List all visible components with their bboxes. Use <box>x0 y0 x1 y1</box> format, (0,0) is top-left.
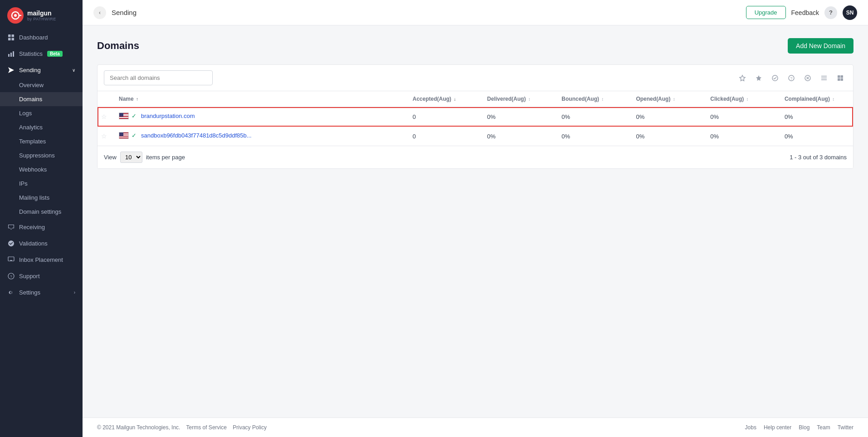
help-filter-icon[interactable]: ? <box>785 72 798 84</box>
domains-table-container: ? <box>97 64 853 169</box>
sidebar-collapse-button[interactable]: ‹ <box>93 6 106 19</box>
sidebar-label-statistics: Statistics <box>19 50 43 57</box>
svg-rect-27 <box>838 78 840 81</box>
row-delivered-cell-1: 0% <box>481 107 555 127</box>
card-view-icon[interactable] <box>834 72 847 84</box>
pagination-right: 1 - 3 out of 3 domains <box>790 154 847 161</box>
sidebar-label-support: Support <box>19 273 40 280</box>
list-view-icon[interactable] <box>818 72 830 84</box>
col-bounced-header[interactable]: Bounced(Aug) ↕ <box>555 91 629 107</box>
sidebar-item-sending[interactable]: Sending ∨ <box>0 62 83 78</box>
statistics-badge: Beta <box>47 51 63 57</box>
sidebar-label-validations: Validations <box>19 240 48 247</box>
row-name-cell-2: ✓ sandboxb96fdb043f77481d8c5d9ddf85b... <box>112 127 406 146</box>
svg-point-2 <box>14 14 17 17</box>
table-row[interactable]: ☆ ✓ brandurpstation.com <box>98 107 853 127</box>
search-input[interactable] <box>104 70 213 85</box>
gear-icon <box>7 289 15 296</box>
domain-name-link-1[interactable]: brandurpstation.com <box>141 113 195 119</box>
sidebar-item-validations[interactable]: Validations <box>0 235 83 251</box>
sidebar-item-settings[interactable]: Settings › <box>0 284 83 300</box>
close-filter-icon[interactable] <box>801 72 814 84</box>
sidebar-subitem-domains[interactable]: Domains <box>0 92 83 106</box>
topbar: ‹ Sending Upgrade Feedback ? SN <box>83 0 868 25</box>
page-header: Domains Add New Domain <box>97 38 853 54</box>
terms-link[interactable]: Terms of Service <box>186 424 227 431</box>
verified-filter[interactable] <box>769 72 781 84</box>
star-icon[interactable]: ☆ <box>101 113 107 120</box>
row-name-cell: ✓ brandurpstation.com <box>112 107 406 127</box>
sidebar-subitem-ips[interactable]: IPs <box>0 177 83 191</box>
row-opened-cell-1: 0% <box>629 107 704 127</box>
feedback-link[interactable]: Feedback <box>791 9 819 16</box>
sidebar-label-settings: Settings <box>19 289 40 296</box>
table-toolbar: ? <box>98 65 853 91</box>
domain-name-link-2[interactable]: sandboxb96fdb043f77481d8c5d9ddf85b... <box>141 132 252 139</box>
table-header: Name ↑ Accepted(Aug) ↓ Delivered(Aug) ↕ <box>98 91 853 107</box>
star-outline-filter[interactable] <box>736 72 749 84</box>
row-bounced-cell-1: 0% <box>555 107 629 127</box>
col-accepted-header[interactable]: Accepted(Aug) ↓ <box>406 91 481 107</box>
upgrade-button[interactable]: Upgrade <box>746 6 786 19</box>
sort-opened-icon: ↕ <box>673 97 675 102</box>
col-star-header <box>98 91 112 107</box>
logo[interactable]: mailgun by PATHWIRE <box>0 0 83 29</box>
sort-clicked-icon: ↕ <box>746 97 749 102</box>
sidebar-nav: Dashboard Statistics Beta Sending ∨ <box>0 29 83 437</box>
pagination-row: View 10 25 50 items per page 1 - 3 out o… <box>98 146 853 168</box>
bar-chart-icon <box>7 50 15 57</box>
svg-rect-5 <box>11 34 14 37</box>
domains-table: Name ↑ Accepted(Aug) ↓ Delivered(Aug) ↕ <box>98 91 853 146</box>
team-link[interactable]: Team <box>817 424 830 431</box>
svg-rect-28 <box>841 78 844 81</box>
sidebar-subitem-mailing-lists[interactable]: Mailing lists <box>0 191 83 205</box>
row-delivered-cell-2: 0% <box>481 127 555 146</box>
svg-rect-22 <box>821 76 827 77</box>
items-label: items per page <box>146 154 185 161</box>
sidebar-item-dashboard[interactable]: Dashboard <box>0 29 83 45</box>
svg-rect-6 <box>8 38 11 40</box>
sidebar-item-receiving[interactable]: Receiving <box>0 219 83 235</box>
items-per-page-select[interactable]: 10 25 50 <box>120 152 142 163</box>
twitter-link[interactable]: Twitter <box>838 424 853 431</box>
flag-icon <box>119 113 129 119</box>
sidebar-subitem-domain-settings[interactable]: Domain settings <box>0 205 83 219</box>
pagination-left: View 10 25 50 items per page <box>104 152 185 163</box>
row-accepted-cell-2: 0 <box>406 127 481 146</box>
main-content: ‹ Sending Upgrade Feedback ? SN Domains … <box>83 0 868 437</box>
row-clicked-cell-2: 0% <box>704 127 778 146</box>
privacy-link[interactable]: Privacy Policy <box>233 424 267 431</box>
row-star-cell-2[interactable]: ☆ <box>98 127 112 146</box>
col-opened-header[interactable]: Opened(Aug) ↕ <box>629 91 704 107</box>
sidebar-subitem-logs[interactable]: Logs <box>0 106 83 120</box>
add-domain-button[interactable]: Add New Domain <box>788 38 853 54</box>
sidebar-subitem-analytics[interactable]: Analytics <box>0 120 83 134</box>
star-icon-2[interactable]: ☆ <box>101 133 107 140</box>
sidebar-item-statistics[interactable]: Statistics Beta <box>0 45 83 62</box>
col-name-header[interactable]: Name ↑ <box>112 91 406 107</box>
col-complained-header[interactable]: Complained(Aug) ↕ <box>778 91 853 107</box>
sidebar-item-inbox-placement[interactable]: Inbox Placement <box>0 251 83 268</box>
star-filled-filter[interactable] <box>752 72 765 84</box>
sidebar-subitem-overview[interactable]: Overview <box>0 78 83 92</box>
table-row[interactable]: ☆ ✓ sandboxb96fdb043f77481d8c5d9ddf85b..… <box>98 127 853 146</box>
footer-copyright: © 2021 Mailgun Technologies, Inc. Terms … <box>97 424 267 431</box>
sidebar-subitem-webhooks[interactable]: Webhooks <box>0 162 83 177</box>
sidebar-item-support[interactable]: ? Support <box>0 268 83 284</box>
sort-complained-icon: ↕ <box>832 97 834 102</box>
avatar[interactable]: SN <box>843 5 857 20</box>
topbar-actions: Upgrade Feedback ? SN <box>746 5 857 20</box>
col-delivered-header[interactable]: Delivered(Aug) ↕ <box>481 91 555 107</box>
col-clicked-header[interactable]: Clicked(Aug) ↕ <box>704 91 778 107</box>
sidebar-subitem-templates[interactable]: Templates <box>0 134 83 148</box>
jobs-link[interactable]: Jobs <box>745 424 756 431</box>
footer: © 2021 Mailgun Technologies, Inc. Terms … <box>83 417 868 437</box>
help-center-link[interactable]: Help center <box>764 424 791 431</box>
footer-links-right: Jobs Help center Blog Team Twitter <box>745 424 853 431</box>
row-complained-cell-1: 0% <box>778 107 853 127</box>
sidebar-subitem-suppressions[interactable]: Suppressions <box>0 148 83 162</box>
row-clicked-cell-1: 0% <box>704 107 778 127</box>
blog-link[interactable]: Blog <box>799 424 809 431</box>
help-button[interactable]: ? <box>824 6 837 19</box>
row-star-cell[interactable]: ☆ <box>98 107 112 127</box>
